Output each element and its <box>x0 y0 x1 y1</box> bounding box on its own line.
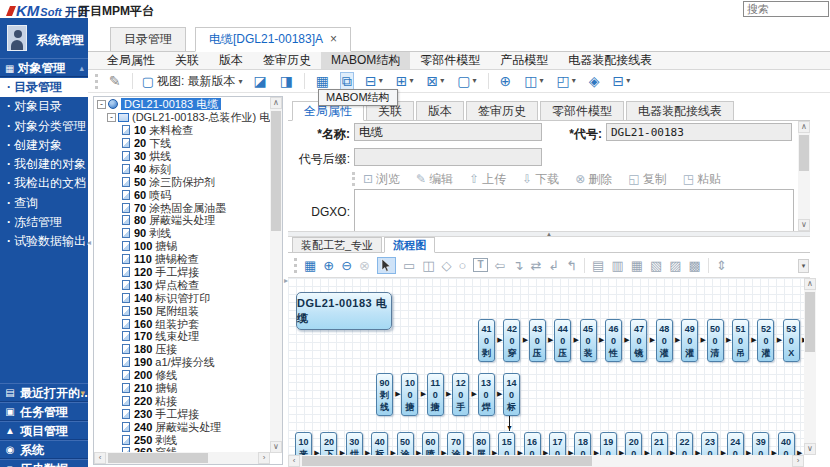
flow-node[interactable]: 10 0 搪 <box>401 373 418 416</box>
align-left-icon[interactable]: ▤ <box>592 258 604 273</box>
database-button[interactable]: ⊟▾ <box>363 72 385 90</box>
flow-node[interactable]: 18 0 <box>574 432 591 455</box>
table-button[interactable]: ▦ <box>314 72 331 90</box>
sidebar-item[interactable]: 创建对象 <box>0 136 88 155</box>
flow-node[interactable]: 40 0 <box>778 432 795 455</box>
sidebar-group[interactable]: ◉系统 <box>0 440 88 459</box>
module-tab[interactable]: 电器装配接线表 <box>558 52 662 69</box>
arrow-undo-icon[interactable]: ↰ <box>566 258 577 273</box>
scroll-left-icon[interactable]: ‹ <box>288 455 300 467</box>
align-center-icon[interactable]: ▥ <box>611 258 623 273</box>
scrollbar-thumb[interactable] <box>805 292 815 352</box>
flow-node[interactable]: 15 0 <box>498 432 515 455</box>
module-tab[interactable]: 版本 <box>209 52 253 69</box>
toolbar-drag-handle[interactable] <box>95 74 98 89</box>
code-input[interactable] <box>606 123 792 141</box>
scroll-up-icon[interactable]: ∧ <box>804 278 816 290</box>
tree-node[interactable]: 70涂热固金属油墨 <box>95 201 270 214</box>
scroll-right-icon[interactable]: › <box>258 452 270 464</box>
flow-node[interactable]: 70 涂 <box>447 432 464 455</box>
flow-node[interactable]: 80 屏 <box>473 432 490 455</box>
flow-node[interactable]: 20 0 <box>625 432 642 455</box>
tree-node[interactable]: 150尾附组装 <box>95 304 270 317</box>
panel-tab[interactable]: 版本 <box>416 101 464 121</box>
align-middle-icon[interactable]: ▨ <box>669 258 681 273</box>
search-input[interactable] <box>743 1 829 17</box>
flow-root-node[interactable]: DGL21-00183 电缆 <box>296 292 392 330</box>
zoom-out-icon[interactable]: ⊖ <box>341 258 352 273</box>
panel-tab[interactable]: 零部件模型 <box>540 101 624 121</box>
distribute-vertical-icon[interactable]: ⇕ <box>716 258 727 273</box>
doc-new-button[interactable]: ◰▾ <box>555 72 578 90</box>
align-top-icon[interactable]: ▧ <box>650 258 662 273</box>
sidebar-group[interactable]: ▤最近打开的…▾ <box>0 383 88 402</box>
tree-node[interactable]: 90剥线 <box>95 227 270 240</box>
module-tab[interactable]: 签审历史 <box>253 52 321 69</box>
tree-node[interactable]: 250剥线 <box>95 433 270 446</box>
copy-structure-button[interactable]: ⧉ <box>340 72 354 90</box>
document-button[interactable]: ▢▾ <box>455 72 478 90</box>
paste-button[interactable]: ◳粘贴 <box>683 171 721 188</box>
shape-node-icon[interactable]: ◫ <box>422 258 434 273</box>
scroll-left-icon[interactable]: ‹ <box>94 452 106 464</box>
canvas-vertical-scrollbar[interactable]: ∧ ∨ <box>804 278 816 455</box>
tree-group-node[interactable]: - (DGL21-00183-总装作业) 电缆 <box>95 111 270 124</box>
caret-down-icon[interactable]: ▾ <box>80 384 85 402</box>
tree-node[interactable]: 220粘接 <box>95 394 270 407</box>
search-add-button[interactable]: ◫▾ <box>522 72 545 90</box>
boxed-x-button[interactable]: ⊠▾ <box>425 72 447 90</box>
canvas-horizontal-scrollbar[interactable]: ‹ › <box>288 455 804 467</box>
flow-node[interactable]: 24 0 <box>727 432 744 455</box>
sidebar-group[interactable]: ▲项目管理 <box>0 421 88 440</box>
scroll-up-icon[interactable]: ∧ <box>798 121 810 133</box>
align-right-icon[interactable]: ▦ <box>631 258 643 273</box>
flow-node[interactable]: 43 0 压 <box>529 319 546 362</box>
flow-node[interactable]: 50 涂 <box>397 432 414 455</box>
code-suffix-input[interactable] <box>354 148 542 166</box>
module-tab[interactable]: 产品模型 <box>490 52 558 69</box>
module-tab[interactable]: MABOM结构 <box>321 52 410 69</box>
toolbar-drag-handle[interactable] <box>294 258 297 273</box>
scroll-right-icon[interactable]: › <box>792 455 804 467</box>
doc-settings-button[interactable]: ◈ <box>587 72 602 90</box>
collapse-box-icon[interactable]: - <box>97 100 106 109</box>
scrollbar-thumb[interactable] <box>108 453 208 463</box>
flow-node[interactable]: 90 剥 线 <box>376 373 393 416</box>
lower-tab[interactable]: 装配工艺_专业 <box>292 237 382 253</box>
tree-node[interactable]: 190a1/焊接分线 <box>95 356 270 369</box>
flow-node[interactable]: 41 0 剥 <box>478 319 495 362</box>
diagram-edit-icon[interactable]: ▦ <box>304 258 316 273</box>
tree-node[interactable]: 140标识管打印 <box>95 291 270 304</box>
tree-node[interactable]: 180压接 <box>95 343 270 356</box>
tree-node[interactable]: 50涂三防保护剂 <box>95 175 270 188</box>
tree-node[interactable]: 130焊点检查 <box>95 278 270 291</box>
panel-tab[interactable]: 签审历史 <box>466 101 538 121</box>
shape-diamond-icon[interactable]: ◇ <box>442 258 452 273</box>
flow-node[interactable]: 22 0 <box>676 432 693 455</box>
panel-tab[interactable]: 电器装配接线表 <box>626 101 734 121</box>
browse-button[interactable]: ⊡浏览 <box>363 171 400 188</box>
flow-node[interactable]: 47 0 镜 <box>630 319 647 362</box>
flow-node[interactable]: 21 0 <box>651 432 668 455</box>
flow-node[interactable]: 39 0 <box>752 432 769 455</box>
tree-vertical-scrollbar[interactable]: ∧ ∨ <box>270 97 282 453</box>
flow-node[interactable]: 10 来 <box>295 432 312 455</box>
flow-node[interactable]: 60 喷 <box>422 432 439 455</box>
shape-ellipse-icon[interactable]: ○ <box>459 258 467 273</box>
flow-node[interactable]: 20 下 <box>320 432 337 455</box>
flow-node[interactable]: 42 0 穿 <box>503 319 520 362</box>
edit-button[interactable]: ✎编辑 <box>416 171 453 188</box>
scrollbar-thumb[interactable] <box>302 456 592 466</box>
collapse-box-icon[interactable]: - <box>107 113 116 122</box>
sidebar-item[interactable]: 目录管理 <box>0 78 88 97</box>
shape-rect-icon[interactable]: ▭ <box>403 258 415 273</box>
view-selector[interactable]: ▢ 视图: 最新版本 ▾ <box>142 73 243 90</box>
tree-node[interactable]: 60喷码 <box>95 188 270 201</box>
flow-node[interactable]: 17 0 <box>549 432 566 455</box>
edit-pencil-button[interactable]: ✎ <box>107 72 123 90</box>
form-vertical-scrollbar[interactable]: ∧ ∨ <box>798 121 810 231</box>
arrow-return-icon[interactable]: ⇄ <box>530 258 541 273</box>
scroll-up-icon[interactable]: ∧ <box>270 97 282 109</box>
flow-node[interactable]: 46 0 性 <box>605 319 622 362</box>
sidebar-user[interactable]: 系统管理 <box>0 22 88 58</box>
